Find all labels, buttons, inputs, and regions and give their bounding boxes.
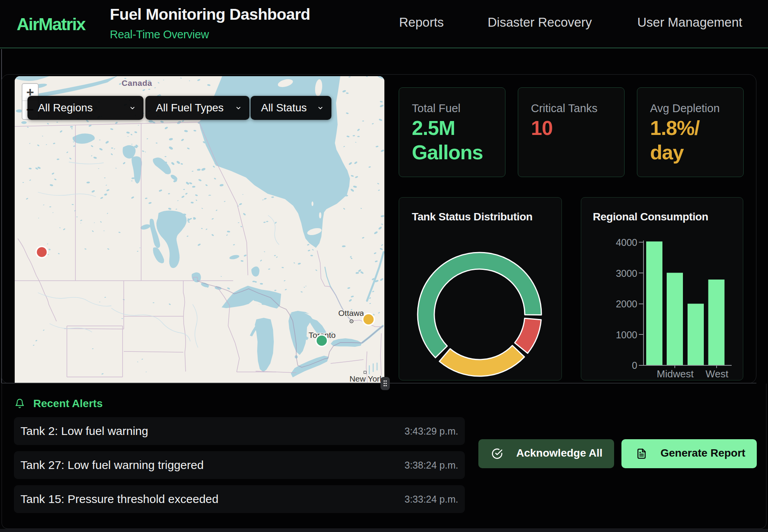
svg-text:0: 0 (632, 360, 637, 371)
svg-text:Canada: Canada (122, 78, 152, 87)
svg-text:4000: 4000 (616, 237, 637, 248)
svg-text:West: West (706, 368, 729, 380)
svg-text:2000: 2000 (616, 298, 637, 309)
svg-text:3000: 3000 (616, 268, 637, 279)
svg-text:Ottawa: Ottawa (338, 309, 364, 317)
svg-text:Midwest: Midwest (657, 368, 694, 380)
svg-text:New York: New York (350, 374, 384, 383)
svg-text:1000: 1000 (616, 329, 637, 340)
